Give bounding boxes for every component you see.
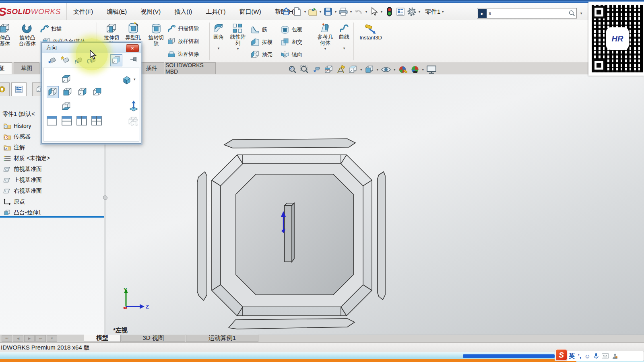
open-icon[interactable] xyxy=(308,6,318,17)
active-document-selector[interactable]: 零件1 xyxy=(425,8,440,16)
new-document-caret[interactable]: ▾ xyxy=(303,10,307,14)
search-caret[interactable]: ▾ xyxy=(580,11,583,15)
ribbon-draft-button[interactable]: 拔模 xyxy=(250,37,272,47)
save-caret[interactable]: ▾ xyxy=(334,10,337,14)
apply-scene-caret[interactable]: ▾ xyxy=(422,68,424,72)
document-caret[interactable]: ▾ xyxy=(441,10,444,14)
previous-view-icon[interactable] xyxy=(312,65,322,74)
curves-caret[interactable]: ▾ xyxy=(336,45,353,51)
view-isometric-button[interactable] xyxy=(121,74,133,86)
tab-solidworks-mbd[interactable]: SOLIDWORKS MBD xyxy=(165,62,216,74)
ime-emoji-icon[interactable]: ☺ xyxy=(584,353,590,360)
open-caret[interactable]: ▾ xyxy=(319,10,322,14)
edit-appearance-icon[interactable] xyxy=(398,65,408,74)
ribbon-hole-wizard-button[interactable]: 异型孔 xyxy=(122,22,145,41)
ribbon-instant3d-toggle[interactable]: Instant3D xyxy=(357,24,385,41)
ribbon-rib-button[interactable]: 筋 xyxy=(250,25,267,35)
display-style-caret[interactable]: ▾ xyxy=(377,68,379,72)
new-document-icon[interactable] xyxy=(292,6,303,17)
view-top-button[interactable] xyxy=(60,73,72,85)
tab-scroll-next[interactable]: ▶ xyxy=(24,335,35,342)
home-icon[interactable] xyxy=(281,6,291,17)
panel-tab-property-manager[interactable] xyxy=(0,82,10,96)
tree-item-front-plane[interactable]: 前视基准面 xyxy=(0,164,104,175)
single-view-button[interactable] xyxy=(47,116,57,125)
view-right-button[interactable] xyxy=(76,86,89,98)
search-scope-icon[interactable]: ▸ xyxy=(478,9,487,18)
search-input[interactable]: s xyxy=(489,10,568,16)
tree-item-annotations[interactable]: A 注解 xyxy=(0,142,104,153)
close-icon[interactable]: ✕ xyxy=(126,44,139,52)
tree-item-origin[interactable]: 原点 xyxy=(0,196,104,207)
select-caret[interactable]: ▾ xyxy=(380,10,383,14)
menu-view[interactable]: 视图(V) xyxy=(140,6,161,17)
ribbon-lofted-cut-button[interactable]: 放样切割 xyxy=(167,37,199,46)
tab-addins[interactable]: 插件 xyxy=(139,62,164,74)
search-magnifier-icon[interactable] xyxy=(568,10,576,17)
menu-edit[interactable]: 编辑(E) xyxy=(106,6,128,17)
apply-scene-icon[interactable] xyxy=(410,65,420,74)
fillet-caret[interactable]: ▾ xyxy=(209,45,228,51)
ribbon-mirror-button[interactable]: 镜向 xyxy=(280,50,302,60)
tab-scroll-prev[interactable]: ◀ xyxy=(13,335,23,342)
options-list-icon[interactable] xyxy=(395,6,406,17)
ime-toolbar[interactable]: 英 ’, ☺ xyxy=(555,351,644,361)
ribbon-linear-pattern-button[interactable]: 线性阵 列 ▾ xyxy=(228,23,248,52)
ribbon-revolved-cut-button[interactable]: 旋转切 除 xyxy=(145,23,167,47)
hide-show-items-icon[interactable] xyxy=(381,65,391,74)
isometric-caret[interactable]: ▾ xyxy=(134,77,136,81)
view-left-button[interactable] xyxy=(47,86,59,98)
view-bottom-button[interactable] xyxy=(60,101,72,113)
tab-scroll-first[interactable]: ⏮ xyxy=(2,335,12,342)
view-orientation-cube-icon[interactable] xyxy=(348,65,358,74)
gear-caret[interactable]: ▾ xyxy=(418,10,421,14)
tree-item-top-plane[interactable]: 上视基准面 xyxy=(0,175,104,185)
two-view-vertical-button[interactable] xyxy=(76,116,87,125)
ribbon-revolved-boss-button[interactable]: 旋转凸 台/基体 xyxy=(14,23,40,47)
new-view-tool-icon[interactable] xyxy=(60,55,70,65)
ribbon-extruded-boss-button[interactable]: 伸凸 基体 xyxy=(0,23,16,47)
ribbon-boundary-cut-button[interactable]: 边界切除 xyxy=(167,50,199,59)
tab-model[interactable]: 模型 xyxy=(84,335,121,342)
ime-punctuation-toggle[interactable]: ’, xyxy=(578,353,581,359)
gear-options-icon[interactable] xyxy=(407,6,417,17)
tab-sketch[interactable]: 草图 xyxy=(14,62,39,74)
menu-tools[interactable]: 工具(T) xyxy=(205,6,226,17)
zoom-fit-icon[interactable] xyxy=(288,65,297,74)
section-view-icon[interactable] xyxy=(324,65,334,74)
part-body[interactable] xyxy=(197,139,385,329)
view-settings-icon[interactable] xyxy=(426,65,437,74)
save-icon[interactable] xyxy=(323,6,333,17)
menu-window[interactable]: 窗口(W) xyxy=(238,6,262,17)
rollback-bar[interactable] xyxy=(0,216,104,218)
ribbon-intersect-button[interactable]: 相交 xyxy=(280,37,302,47)
model-view[interactable]: Y Z xyxy=(106,74,644,335)
menu-insert[interactable]: 插入(I) xyxy=(173,6,193,17)
zoom-area-icon[interactable] xyxy=(300,65,310,74)
normal-to-button[interactable] xyxy=(128,100,140,112)
tree-item-material[interactable]: 材质 <未指定> xyxy=(0,153,104,164)
ribbon-wrap-button[interactable]: 包覆 xyxy=(280,25,302,35)
tab-scroll-last[interactable]: ⏭ xyxy=(35,335,46,342)
panel-tab-feature-manager[interactable] xyxy=(11,82,27,96)
view-back-button[interactable] xyxy=(91,86,103,98)
view-selector-toggle[interactable] xyxy=(110,54,122,66)
tab-motion-study1[interactable]: 运动算例1 xyxy=(186,335,258,342)
ime-keyboard-icon[interactable] xyxy=(602,354,609,358)
ribbon-swept-cut-button[interactable]: 扫描切除 xyxy=(167,24,199,33)
tree-item-right-plane[interactable]: 右视基准面 xyxy=(0,185,104,196)
refgeo-caret[interactable]: ▾ xyxy=(315,46,336,52)
tab-scroll-buttons[interactable]: ⏮ ◀ ▶ ⏭ ▼ xyxy=(2,335,57,342)
search-box[interactable]: ▸ s xyxy=(477,8,577,19)
ribbon-fillet-button[interactable]: 圆角 ▾ xyxy=(209,23,228,51)
menu-file[interactable]: 文件(F) xyxy=(72,6,94,17)
print-caret[interactable]: ▾ xyxy=(349,10,353,14)
view-front-button[interactable] xyxy=(62,86,74,98)
tab-features[interactable]: 征 xyxy=(0,62,12,74)
ime-language-toggle[interactable]: 英 xyxy=(569,352,575,360)
undo-icon[interactable] xyxy=(353,6,364,17)
tab-3d-views[interactable]: 3D 视图 xyxy=(122,335,185,342)
display-style-icon[interactable] xyxy=(365,65,374,74)
dynamic-annotation-icon[interactable] xyxy=(336,65,346,74)
previous-view-tool-icon[interactable] xyxy=(47,55,57,65)
